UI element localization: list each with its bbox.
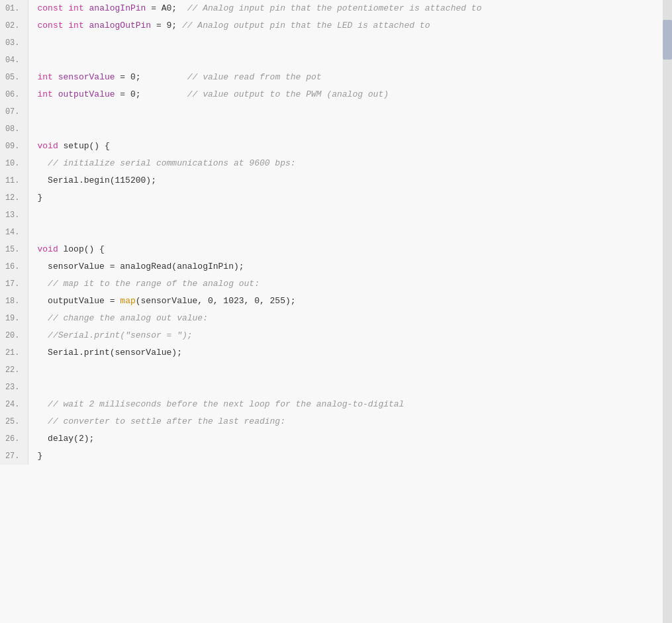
code-token: sensorValue = analogRead(analogInPin); <box>38 262 244 271</box>
line-code <box>28 120 672 138</box>
line-number: 11. <box>0 172 28 189</box>
code-token: int <box>68 3 89 13</box>
line-code: int outputValue = 0; // value output to … <box>28 86 672 103</box>
line-number: 13. <box>0 207 28 224</box>
code-token: int <box>38 89 58 99</box>
line-code: // converter to settle after the last re… <box>28 413 672 430</box>
table-row: 02.const int analogOutPin = 9; // Analog… <box>0 17 672 34</box>
table-row: 18. outputValue = map(sensorValue, 0, 10… <box>0 293 672 310</box>
code-token: analogInPin <box>89 3 146 13</box>
scrollbar-thumb[interactable] <box>663 20 672 60</box>
table-row: 13. <box>0 207 672 224</box>
line-code: // initialize serial communications at 9… <box>28 155 672 172</box>
code-token: outputValue <box>58 89 115 99</box>
code-token: } <box>38 193 43 203</box>
line-number: 16. <box>0 258 28 275</box>
line-number: 19. <box>0 310 28 327</box>
table-row: 05.int sensorValue = 0; // value read fr… <box>0 69 672 86</box>
code-token: } <box>38 451 43 461</box>
line-number: 10. <box>0 155 28 172</box>
code-token: Serial.begin(115200); <box>38 175 156 185</box>
line-number: 17. <box>0 275 28 293</box>
code-scroll-area[interactable]: 01.const int analogInPin = A0; // Analog… <box>0 0 672 623</box>
code-token <box>38 416 48 426</box>
line-code: sensorValue = analogRead(analogInPin); <box>28 258 672 275</box>
table-row: 03. <box>0 34 672 52</box>
table-row: 12.} <box>0 189 672 207</box>
line-code: delay(2); <box>28 430 672 448</box>
line-code: Serial.begin(115200); <box>28 172 672 189</box>
table-row: 21. Serial.print(sensorValue); <box>0 344 672 361</box>
line-number: 23. <box>0 379 28 396</box>
line-number: 14. <box>0 224 28 241</box>
line-code: const int analogOutPin = 9; // Analog ou… <box>28 17 672 34</box>
line-number: 26. <box>0 430 28 448</box>
line-number: 01. <box>0 0 28 17</box>
code-token <box>38 330 48 340</box>
code-token: setup() { <box>64 141 110 151</box>
line-number: 18. <box>0 293 28 310</box>
line-number: 20. <box>0 327 28 344</box>
table-row: 16. sensorValue = analogRead(analogInPin… <box>0 258 672 275</box>
code-token: // value output to the PWM (analog out) <box>187 89 389 99</box>
code-token: Serial.print(sensorValue); <box>38 348 182 358</box>
line-code: // change the analog out value: <box>28 310 672 327</box>
line-number: 05. <box>0 69 28 86</box>
code-table: 01.const int analogInPin = A0; // Analog… <box>0 0 672 465</box>
table-row: 11. Serial.begin(115200); <box>0 172 672 189</box>
code-token: // wait 2 milliseconds before the next l… <box>48 399 404 409</box>
code-token: int <box>38 72 58 82</box>
table-row: 24. // wait 2 milliseconds before the ne… <box>0 396 672 413</box>
table-row: 06.int outputValue = 0; // value output … <box>0 86 672 103</box>
line-code <box>28 379 672 396</box>
line-number: 21. <box>0 344 28 361</box>
code-token <box>38 399 48 409</box>
code-token: // value read from the pot <box>187 72 322 82</box>
code-token: const <box>38 21 69 30</box>
line-number: 07. <box>0 103 28 120</box>
code-token: loop() { <box>64 244 105 254</box>
line-number: 15. <box>0 241 28 258</box>
table-row: 27.} <box>0 448 672 465</box>
table-row: 25. // converter to settle after the las… <box>0 413 672 430</box>
vertical-scrollbar[interactable] <box>663 0 672 623</box>
table-row: 22. <box>0 361 672 379</box>
code-token: // change the analog out value: <box>48 313 208 323</box>
line-code: } <box>28 448 672 465</box>
table-row: 10. // initialize serial communications … <box>0 155 672 172</box>
line-code <box>28 34 672 52</box>
code-token: // Analog input pin that the potentiomet… <box>187 3 482 13</box>
line-code <box>28 224 672 241</box>
table-row: 23. <box>0 379 672 396</box>
table-row: 07. <box>0 103 672 120</box>
code-token: const <box>38 3 69 13</box>
line-number: 02. <box>0 17 28 34</box>
line-code: // wait 2 milliseconds before the next l… <box>28 396 672 413</box>
line-code: //Serial.print("sensor = "); <box>28 327 672 344</box>
code-token <box>38 279 48 289</box>
code-token: = 0; <box>115 89 187 99</box>
code-token: // Analog output pin that the LED is att… <box>182 21 430 30</box>
line-code: void setup() { <box>28 138 672 155</box>
code-token: = 0; <box>115 72 187 82</box>
line-number: 22. <box>0 361 28 379</box>
code-editor: 01.const int analogInPin = A0; // Analog… <box>0 0 672 623</box>
line-number: 09. <box>0 138 28 155</box>
line-code <box>28 103 672 120</box>
table-row: 15.void loop() { <box>0 241 672 258</box>
line-number: 08. <box>0 120 28 138</box>
line-number: 25. <box>0 413 28 430</box>
line-number: 12. <box>0 189 28 207</box>
code-token: analogOutPin <box>89 21 152 30</box>
table-row: 04. <box>0 52 672 69</box>
code-token: outputValue = <box>38 296 120 306</box>
code-token: = 9; <box>151 21 182 30</box>
line-code <box>28 52 672 69</box>
line-code <box>28 361 672 379</box>
code-token: // converter to settle after the last re… <box>48 416 285 426</box>
line-code <box>28 207 672 224</box>
line-number: 27. <box>0 448 28 465</box>
line-code: int sensorValue = 0; // value read from … <box>28 69 672 86</box>
code-token: // map it to the range of the analog out… <box>48 279 260 289</box>
line-code: } <box>28 189 672 207</box>
